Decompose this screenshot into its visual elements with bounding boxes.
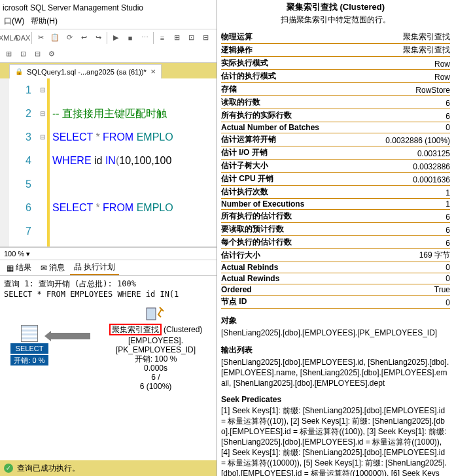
seek-predicates-value: [1] Seek Keys[1]: 前缀: [ShenLiang2025].[d… [221,405,450,476]
seek-index: [EMPLOYEES].[PK_EMPLOYEES_ID] [90,336,217,354]
grid-icon: ▦ [7,264,14,273]
seek-label-highlighted: 聚集索引查找 [109,324,162,335]
property-row: 节点 ID0 [221,296,450,309]
plan-node-select[interactable]: SELECT 开销: 0 % [10,325,48,366]
tooltip-title: 聚集索引查找 (Clustered) [221,0,450,13]
property-row: 要读取的预计行数6 [221,223,450,236]
property-row: Number of Executions1 [221,199,450,210]
output-header: 输出列表 [221,345,450,356]
object-value: [ShenLiang2025].[dbo].[EMPLOYEES].[PK_EM… [221,328,450,338]
object-header: 对象 [221,315,450,326]
select-cost: 开销: 0 % [10,355,48,366]
status-text: 查询已成功执行。 [17,463,80,474]
property-row: 估计的执行模式Row [221,70,450,83]
property-row: 估计执行次数1 [221,186,450,199]
sql-editor[interactable]: 1234567 ⊟⊟⊟ -- 直接接用主键匹配时触 SELECT * FROM … [0,78,217,247]
plan-query-header: 查询 1: 查询开销 (占总批): 100% [4,279,213,290]
tb-grid5-icon[interactable]: ⊞ [3,48,14,60]
property-row: 估计行大小169 字节 [221,249,450,262]
tb-execute-icon[interactable]: ▶ [110,32,122,44]
tb-cut-icon[interactable]: ✂ [35,32,46,44]
tb-redo-icon[interactable]: ↪ [92,32,104,44]
seek-rows-2: 6 (100%) [90,382,217,391]
plan-sql: SELECT * FROM EMPLOYEES WHERE id IN(1 [4,290,213,299]
seek-predicates-header: Seek Predicates [221,395,450,404]
file-tab-label: SQLQuery1.sql -...ang2025 (sa (61))* [27,68,147,76]
plan-icon: 品 [74,262,82,273]
tb-grid6-icon[interactable]: ⊡ [17,48,29,60]
output-value: [ShenLiang2025].[dbo].[EMPLOYEES].id, [S… [221,357,450,388]
tb-more-icon[interactable]: ⋯ [139,32,150,44]
tab-execution-plan[interactable]: 品执行计划 [70,260,119,275]
seek-time: 0.000s [90,364,217,373]
property-row: 实际执行模式Row [221,57,450,70]
menu-help[interactable]: 帮助(H) [31,16,58,29]
properties-table: 物理运算聚集索引查找逻辑操作聚集索引查找实际执行模式Row估计的执行模式Row存… [221,31,450,309]
tb-settings-icon[interactable]: ⚙ [46,48,58,60]
fold-margin[interactable]: ⊟⊟⊟ [38,78,47,246]
tb-sep [31,32,32,44]
property-row: 读取的行数6 [221,96,450,109]
close-tab-icon[interactable]: ✕ [150,68,156,75]
select-node-icon [21,325,38,342]
tab-messages[interactable]: ✉消息 [37,261,69,275]
tb-paste-icon[interactable]: ⟳ [63,32,75,44]
results-tabs: ▦结果 ✉消息 品执行计划 [0,260,217,276]
menu-window[interactable]: 口(W) [4,16,24,29]
tb-dax-icon[interactable]: DAX [17,32,29,44]
property-row: 估计 I/O 开销0.003125 [221,146,450,160]
code-area[interactable]: -- 直接接用主键匹配时触 SELECT * FROM EMPLO WHERE … [50,78,217,246]
tb-grid3-icon[interactable]: ⊡ [185,32,197,44]
property-row: Actual Rewinds0 [221,273,450,284]
message-icon: ✉ [41,264,47,273]
tb-grid1-icon[interactable]: ≡ [156,32,168,44]
property-row: Actual Rebinds0 [221,262,450,273]
svg-rect-0 [147,308,156,320]
toolbar: XMLA DAX ✂ 📋 ⟳ ↩ ↪ ▶ ■ ⋯ ≡ ⊞ ⊡ ⊟ ⊞ ⊡ ⊟ ⚙ [0,29,217,63]
property-row: 所有执行的实际行数6 [221,109,450,122]
tb-stop-icon[interactable]: ■ [124,32,136,44]
property-row: 每个执行的估计行数6 [221,236,450,249]
property-row: 存储RowStore [221,83,450,96]
tooltip-properties: 聚集索引查找 (Clustered) 扫描聚集索引中特定范围的行。 物理运算聚集… [217,0,454,476]
file-tab[interactable]: 🔒 SQLQuery1.sql -...ang2025 (sa (61))* ✕ [9,64,162,78]
tb-xmla-icon[interactable]: XMLA [3,32,14,44]
tb-sep [107,32,107,44]
execution-plan-area[interactable]: 查询 1: 查询开销 (占总批): 100% SELECT * FROM EMP… [0,276,217,424]
success-icon: ✓ [4,464,13,473]
plan-node-seek[interactable]: 聚集索引查找 (Clustered) [EMPLOYEES].[PK_EMPLO… [90,305,217,391]
property-row: 估计子树大小0.0032886 [221,160,450,173]
plan-graph: SELECT 开销: 0 % 聚集索引查找 (Clustered) [EMPLO… [4,305,213,384]
title-bar: icrosoft SQL Server Management Studio [0,0,217,16]
tb-sep [153,32,154,44]
property-row: 所有执行的估计行数6 [221,210,450,223]
zoom-value[interactable]: 100 % [4,250,24,258]
tb-grid2-icon[interactable]: ⊞ [171,32,183,44]
seek-cost: 开销: 100 % [90,354,217,364]
code-comment: -- 直接接用主键匹配时触 [52,108,167,119]
tb-undo-icon[interactable]: ↩ [78,32,90,44]
property-row: OrderedTrue [221,284,450,296]
property-row: 逻辑操作聚集索引查找 [221,44,450,57]
line-numbers: 1234567 [9,78,38,246]
property-row: 估计运算符开销0.0032886 (100%) [221,133,450,146]
tab-results[interactable]: ▦结果 [3,261,35,275]
tb-copy-icon[interactable]: 📋 [49,32,61,44]
tooltip-subtitle: 扫描聚集索引中特定范围的行。 [221,14,450,26]
property-row: 物理运算聚集索引查找 [221,31,450,44]
property-row: Actual Number of Batches0 [221,122,450,133]
tb-grid4-icon[interactable]: ⊟ [200,32,211,44]
breakpoint-margin[interactable] [0,78,9,246]
seek-node-icon [145,305,166,322]
seek-rows-1: 6 / [90,373,217,382]
property-row: 估计 CPU 开销0.0001636 [221,173,450,186]
plan-arrow [50,333,90,339]
tab-strip: 🔒 SQLQuery1.sql -...ang2025 (sa (61))* ✕ [0,63,217,78]
lock-icon: 🔒 [15,68,23,75]
status-bar: ✓ 查询已成功执行。 [0,460,217,476]
select-label: SELECT [10,343,48,354]
tb-grid7-icon[interactable]: ⊟ [31,48,43,60]
menu-bar: 口(W) 帮助(H) [0,16,217,29]
zoom-bar[interactable]: 100 % ▾ [0,247,217,260]
